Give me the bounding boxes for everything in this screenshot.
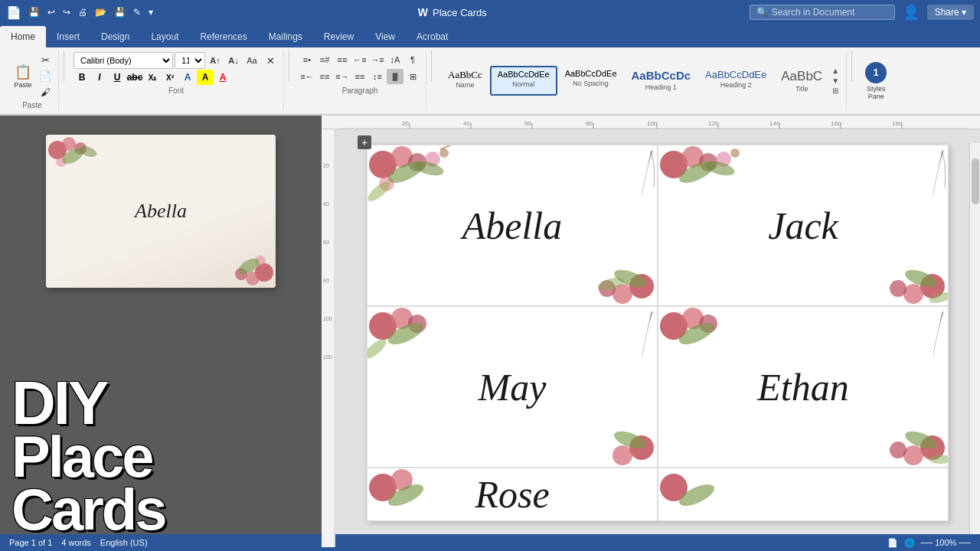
save-button[interactable]: 💾 bbox=[26, 5, 42, 19]
more-button[interactable]: ▾ bbox=[146, 5, 155, 19]
styles-nav[interactable]: ▲ ▼ ⊞ bbox=[829, 67, 841, 95]
borders-button[interactable]: ⊞ bbox=[404, 69, 421, 84]
view-mode-print[interactable]: 📄 bbox=[887, 538, 898, 548]
line-spacing-button[interactable]: ↕≡ bbox=[369, 69, 386, 84]
cut-button[interactable]: ✂ bbox=[37, 52, 54, 67]
increase-indent-button[interactable]: →≡ bbox=[369, 52, 386, 67]
styles-expand[interactable]: ⊞ bbox=[832, 86, 838, 95]
tab-layout[interactable]: Layout bbox=[140, 26, 189, 47]
increase-font-button[interactable]: A↑ bbox=[207, 53, 224, 68]
status-left: Page 1 of 1 4 words English (US) bbox=[9, 538, 148, 547]
status-right: 📄 🌐 ── 100% ── bbox=[887, 538, 971, 548]
floral-br-may bbox=[565, 413, 657, 467]
view-mode-web[interactable]: 🌐 bbox=[904, 538, 915, 548]
svg-text:40: 40 bbox=[323, 201, 329, 207]
redo-button[interactable]: ↪ bbox=[60, 5, 73, 19]
title-bar-left: 📄 💾 ↩ ↪ 🖨 📂 💾 ✎ ▾ bbox=[6, 5, 155, 20]
ribbon-content: 📋 Paste ✂ 📄 🖌 Paste Calibri (Body) bbox=[0, 47, 980, 115]
style-heading1[interactable]: AaBbCcDc Heading 1 bbox=[625, 66, 698, 96]
bullets-button[interactable]: ≡• bbox=[299, 52, 315, 67]
svg-point-63 bbox=[890, 280, 906, 297]
change-case-button[interactable]: Aa bbox=[243, 53, 260, 68]
decrease-indent-button[interactable]: ←≡ bbox=[351, 52, 368, 67]
diy-text: DIY bbox=[11, 376, 310, 431]
italic-button[interactable]: I bbox=[91, 70, 108, 85]
style-title-preview: AaBbC bbox=[781, 69, 822, 84]
add-row-button[interactable]: + bbox=[358, 135, 371, 149]
tab-acrobat[interactable]: Acrobat bbox=[406, 26, 459, 47]
check-button[interactable]: ✎ bbox=[131, 5, 143, 19]
style-normal[interactable]: AaBbCcDdEe Normal bbox=[490, 66, 557, 96]
search-input[interactable] bbox=[772, 7, 887, 18]
format-painter-button[interactable]: 🖌 bbox=[37, 84, 54, 99]
align-right-button[interactable]: ≡→ bbox=[334, 69, 351, 84]
user-avatar[interactable]: 👤 bbox=[903, 4, 920, 21]
styles-nav-down[interactable]: ▼ bbox=[831, 77, 839, 85]
place-card-name-ethan: Ethan bbox=[757, 365, 848, 409]
underline-button[interactable]: U bbox=[109, 70, 126, 85]
svg-text:140: 140 bbox=[769, 120, 780, 127]
style-heading1-label: Heading 1 bbox=[645, 83, 677, 91]
ribbon-tabs: Home Insert Design Layout References Mai… bbox=[0, 24, 980, 47]
style-heading2[interactable]: AaBbCcDdEe Heading 2 bbox=[698, 66, 773, 96]
show-hide-button[interactable]: ¶ bbox=[404, 52, 421, 67]
tab-design[interactable]: Design bbox=[90, 26, 140, 47]
clear-format-button[interactable]: ✕ bbox=[262, 53, 279, 68]
para-row-1: ≡• ≡# ≡≡ ←≡ →≡ ↕A ¶ bbox=[299, 52, 421, 67]
share-button[interactable]: Home Share ▾ bbox=[927, 5, 974, 20]
status-bar: Page 1 of 1 4 words English (US) 📄 🌐 ── … bbox=[0, 534, 980, 551]
superscript-button[interactable]: X² bbox=[162, 70, 178, 85]
paste-button[interactable]: 📋 Paste bbox=[11, 62, 35, 90]
svg-text:100: 100 bbox=[647, 120, 658, 127]
copy-button[interactable]: 📄 bbox=[37, 68, 54, 83]
styles-nav-up[interactable]: ▲ bbox=[831, 67, 839, 75]
justify-button[interactable]: ≡≡ bbox=[351, 69, 368, 84]
tab-view[interactable]: View bbox=[364, 26, 406, 47]
style-nospacing[interactable]: AaBbCcDdEe No Spacing bbox=[558, 66, 624, 96]
paragraph-group: ≡• ≡# ≡≡ ←≡ →≡ ↕A ¶ ≡← ≡≡ ≡→ ≡≡ ↕≡ ▓ ⊞ bbox=[294, 51, 426, 111]
thumbnail-card-name: Abella bbox=[135, 200, 187, 223]
style-nospacing-preview: AaBbCcDdEe bbox=[565, 69, 617, 79]
align-left-button[interactable]: ≡← bbox=[299, 69, 315, 84]
styles-list: AaBbCc Name AaBbCcDdEe Normal AaBbCcDdEe… bbox=[441, 66, 829, 96]
style-name[interactable]: AaBbCc Name bbox=[441, 66, 489, 96]
zoom-control[interactable]: ── 100% ── bbox=[921, 538, 971, 547]
text-effect-button[interactable]: A bbox=[179, 70, 196, 85]
bold-button[interactable]: B bbox=[74, 70, 90, 85]
search-bar[interactable]: 🔍 bbox=[750, 5, 895, 20]
scrollbar-thumb[interactable] bbox=[972, 158, 979, 204]
shading-button[interactable]: ▓ bbox=[387, 69, 403, 84]
scrollbar[interactable] bbox=[969, 143, 980, 547]
tab-insert[interactable]: Insert bbox=[46, 26, 90, 47]
style-nospacing-label: No Spacing bbox=[573, 80, 609, 87]
place-card-name-rose: Rose bbox=[475, 472, 549, 517]
decrease-font-button[interactable]: A↓ bbox=[225, 53, 242, 68]
save2-button[interactable]: 💾 bbox=[112, 5, 128, 19]
font-family-select[interactable]: Calibri (Body) bbox=[74, 52, 173, 69]
numbering-button[interactable]: ≡# bbox=[316, 52, 333, 67]
subscript-button[interactable]: X₂ bbox=[144, 70, 161, 85]
strikethrough-button[interactable]: abc bbox=[126, 70, 143, 85]
vertical-ruler: 20 40 60 80 100 120 bbox=[322, 129, 335, 547]
multilevel-list-button[interactable]: ≡≡ bbox=[334, 52, 351, 67]
tab-references[interactable]: References bbox=[189, 26, 257, 47]
open-button[interactable]: 📂 bbox=[93, 5, 109, 19]
doc-area: 20 40 60 80 100 120 + bbox=[322, 129, 980, 547]
page-content: + bbox=[367, 145, 949, 521]
style-title[interactable]: AaBbC Title bbox=[774, 66, 829, 96]
print-button[interactable]: 🖨 bbox=[76, 5, 90, 19]
tab-mailings[interactable]: Mailings bbox=[258, 26, 313, 47]
style-normal-preview: AaBbCcDdEe bbox=[498, 70, 550, 80]
font-color-button[interactable]: A bbox=[214, 70, 231, 85]
place-card-empty bbox=[658, 468, 949, 521]
font-size-select[interactable]: 11 bbox=[175, 52, 205, 69]
style-heading2-label: Heading 2 bbox=[720, 81, 752, 89]
styles-pane-number: 1 bbox=[865, 62, 887, 83]
tab-review[interactable]: Review bbox=[313, 26, 364, 47]
sort-button[interactable]: ↕A bbox=[387, 52, 403, 67]
svg-text:20: 20 bbox=[323, 163, 329, 168]
align-center-button[interactable]: ≡≡ bbox=[316, 69, 333, 84]
tab-home[interactable]: Home bbox=[0, 26, 46, 47]
undo-button[interactable]: ↩ bbox=[45, 5, 57, 19]
highlight-button[interactable]: A bbox=[197, 70, 214, 85]
